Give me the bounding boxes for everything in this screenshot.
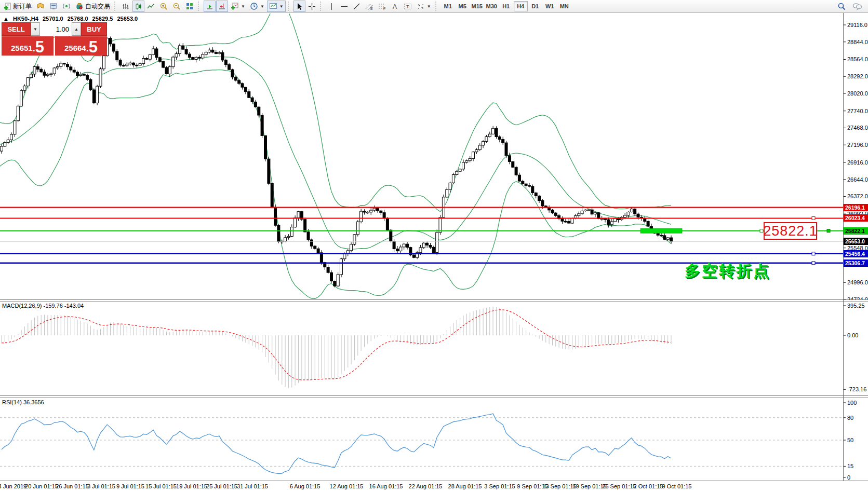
price-level-label-box[interactable]: 25822.1 [764, 222, 817, 240]
candle-body [386, 218, 389, 230]
candle-body [70, 67, 72, 70]
turning-point-annotation[interactable]: 多空转折点 [685, 261, 770, 282]
time-axis-label: 28 Aug 01:15 [448, 483, 482, 489]
buy-button[interactable]: BUY [81, 22, 107, 36]
candle-body [149, 54, 151, 59]
candle-body [195, 57, 197, 59]
price-tick-label: 27468.0 [847, 125, 868, 131]
candle-body [376, 208, 379, 211]
rsi-pane[interactable] [0, 414, 843, 473]
candle-body [46, 74, 49, 75]
sell-price-frac: 5 [35, 39, 44, 55]
candle-body [102, 56, 105, 69]
candle-body [525, 184, 527, 185]
candle-body [647, 221, 649, 226]
hline-handle[interactable] [812, 217, 815, 220]
price-badge-25456.4: 25456.4 [844, 250, 868, 257]
candle-body [76, 72, 79, 76]
candle-body [528, 185, 531, 186]
candle-body [20, 90, 23, 106]
candle-body [136, 65, 138, 66]
candle-body [129, 63, 131, 64]
buy-price-box[interactable]: 25664 . 5 [55, 36, 107, 56]
time-axis-label: 16 Aug 01:15 [369, 483, 403, 489]
candle-body [10, 134, 13, 140]
candle-body [343, 254, 346, 259]
volume-decrease-button[interactable]: ▼ [31, 22, 40, 36]
candle-body [96, 86, 99, 103]
candle-body [112, 44, 115, 51]
time-axis-label: 12 Aug 01:15 [330, 483, 364, 489]
candle-body [79, 74, 82, 76]
candle-body [56, 66, 59, 68]
candle-body [202, 54, 204, 58]
time-axis-label: 31 Jul 01:15 [237, 483, 268, 489]
candle-body [43, 72, 46, 76]
volume-input[interactable]: 1.00 [40, 22, 72, 36]
green-line-handle[interactable] [827, 229, 830, 233]
pane-separator-macd-rsi[interactable] [0, 395, 868, 398]
candle-body [50, 74, 52, 75]
candle-body [294, 218, 297, 227]
candle-body [660, 235, 663, 236]
candle-body [251, 98, 253, 102]
sell-button[interactable]: SELL [2, 22, 31, 36]
candle-body [462, 162, 465, 169]
green-highlight-segment[interactable] [640, 228, 682, 233]
macd-pane[interactable] [2, 307, 671, 388]
candle-body [205, 52, 207, 54]
candle-body [607, 220, 610, 225]
rsi-line [2, 414, 671, 473]
candle-body [475, 150, 478, 152]
time-axis-label: 25 Jul 01:15 [206, 483, 237, 489]
candle-body [244, 87, 247, 92]
rsi-tick-label: 100 [847, 400, 857, 406]
candle-body [158, 58, 161, 62]
candle-body [224, 60, 227, 65]
candle-body [472, 152, 475, 159]
volume-increase-button[interactable]: ▲ [72, 22, 81, 36]
time-axis-label: 3 Sep 01:15 [484, 483, 515, 489]
candle-body [666, 238, 669, 239]
candle-body [637, 214, 639, 217]
collapse-arrow-icon[interactable]: ▲ [3, 16, 9, 22]
symbol-name: HK50-,H4 [13, 16, 38, 22]
candle-body [290, 227, 293, 237]
candle-body [340, 259, 343, 275]
candle-body [63, 63, 65, 64]
candle-body [192, 58, 194, 60]
time-axis-label: 25 Sep 01:15 [602, 483, 636, 489]
candle-body [383, 213, 385, 218]
sell-price-box[interactable]: 25651 . 5 [2, 36, 54, 56]
candle-body [591, 210, 593, 214]
candle-body [363, 211, 366, 212]
hline-handle[interactable] [812, 262, 815, 265]
time-axis-label: 2 Oct 01:15 [634, 483, 663, 489]
pane-separator-main-macd[interactable] [0, 299, 868, 302]
green-line-handle[interactable] [760, 229, 763, 233]
candle-body [541, 201, 544, 206]
price-tick-label: 28564.0 [847, 56, 868, 62]
candle-body [446, 189, 448, 197]
candle-body [630, 209, 633, 212]
candle-body [403, 244, 405, 247]
chart-canvas[interactable]: 29116.028844.028564.028292.028020.027740… [0, 0, 868, 492]
candle-body [314, 246, 316, 249]
candle-body [512, 161, 514, 167]
candle-body [584, 210, 587, 211]
candle-body [657, 233, 659, 235]
candle-body [231, 70, 234, 77]
candle-body [211, 50, 214, 52]
rsi-tick-label: 50 [847, 437, 853, 443]
candle-body [307, 232, 310, 240]
price-tick-label: 27740.0 [847, 108, 868, 114]
candle-body [208, 50, 211, 52]
candle-body [353, 235, 356, 244]
candle-body [30, 74, 33, 78]
candle-body [89, 79, 92, 90]
candle-body [380, 211, 382, 213]
candle-body [33, 66, 36, 74]
candle-body [627, 212, 630, 215]
hline-handle[interactable] [812, 252, 815, 255]
candle-body [7, 140, 9, 142]
